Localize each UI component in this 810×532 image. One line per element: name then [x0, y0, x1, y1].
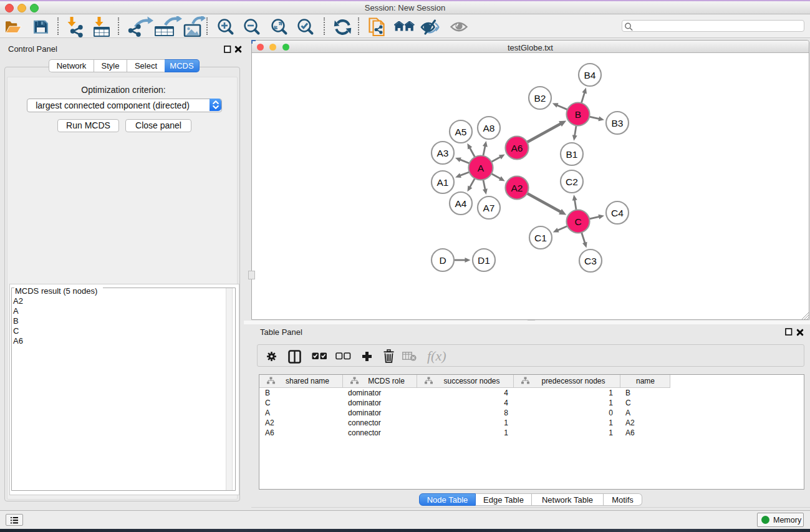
svg-text:A7: A7	[483, 203, 495, 213]
svg-text:A1: A1	[437, 177, 449, 188]
svg-text:B3: B3	[612, 118, 624, 128]
svg-text:B4: B4	[584, 70, 596, 80]
svg-text:C4: C4	[611, 208, 624, 218]
svg-text:B1: B1	[566, 149, 578, 160]
svg-text:A6: A6	[511, 143, 523, 153]
svg-text:A: A	[478, 163, 485, 173]
svg-text:D: D	[439, 255, 446, 266]
svg-text:C1: C1	[534, 233, 547, 243]
svg-text:C: C	[574, 216, 581, 227]
svg-text:A2: A2	[511, 183, 523, 193]
svg-text:D1: D1	[478, 255, 490, 266]
svg-text:B2: B2	[534, 93, 546, 104]
svg-text:B: B	[575, 109, 581, 120]
svg-text:A5: A5	[455, 127, 467, 137]
svg-text:A3: A3	[437, 148, 449, 158]
svg-text:C3: C3	[584, 256, 597, 266]
svg-text:A4: A4	[455, 198, 467, 209]
svg-text:C2: C2	[566, 177, 578, 187]
svg-text:A8: A8	[483, 123, 495, 133]
